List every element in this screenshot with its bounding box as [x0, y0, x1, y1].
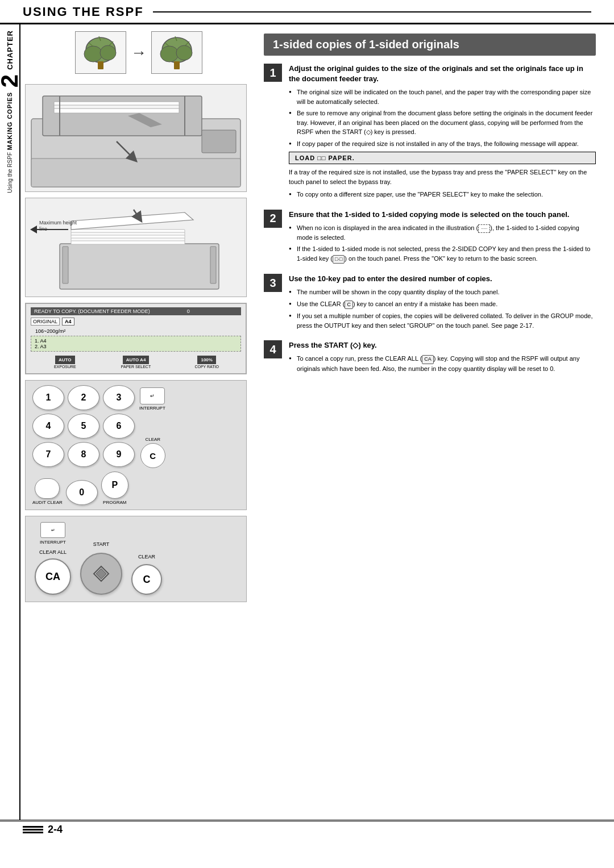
- key-9[interactable]: 9: [103, 442, 135, 467]
- paper-stack-svg: Maximum height line: [26, 198, 246, 297]
- step-2-title: Ensure that the 1-sided to 1-sided copyi…: [289, 210, 596, 220]
- tp-body: ORIGINAL A4 106~200g/m² 1. A4 2. A3 AUTO…: [31, 318, 241, 369]
- svg-rect-3: [98, 61, 103, 69]
- svg-text:Maximum height: Maximum height: [39, 220, 77, 226]
- sidebar-chapter-num: 2: [0, 74, 23, 87]
- tree-before-illus: [75, 31, 126, 74]
- key-8[interactable]: 8: [68, 442, 99, 467]
- tp-auto-a4-button[interactable]: AUTO A4: [123, 356, 150, 364]
- ctrl-start-btn[interactable]: [80, 553, 122, 595]
- key-1-to-1: □·□: [333, 255, 345, 264]
- tp-auto-button[interactable]: AUTO: [55, 356, 75, 364]
- svg-rect-34: [63, 247, 68, 283]
- left-column: →: [20, 24, 259, 820]
- svg-rect-23: [60, 244, 219, 289]
- svg-point-2: [100, 45, 116, 60]
- step-1-title: Adjust the original guides to the size o…: [289, 64, 596, 84]
- numpad-area: 1 2 3 4 5 6 7 8 9 AUDIT CLEAR: [25, 380, 247, 510]
- svg-marker-29: [71, 212, 193, 229]
- key-4[interactable]: 4: [32, 414, 64, 439]
- key-3[interactable]: 3: [103, 385, 135, 410]
- sidebar: CHAPTER 2 MAKING COPIES Using the RSPF: [0, 24, 20, 820]
- key-5[interactable]: 5: [68, 414, 99, 439]
- svg-rect-28: [71, 241, 185, 244]
- step-1-bullet-1: The original size will be indicated on t…: [289, 87, 596, 106]
- ctrl-start-label: START: [93, 541, 110, 547]
- ctrl-c-btn[interactable]: C: [131, 564, 162, 595]
- ctrl-clear-all-label: CLEAR ALL: [39, 549, 67, 555]
- step-2-bullet-2: If the 1-sided to 1-sided mode is not se…: [289, 244, 596, 264]
- load-paper-note: If a tray of the required size is not in…: [289, 168, 596, 186]
- ctrl-interrupt-label: INTERRUPT: [40, 540, 66, 545]
- header-title: USING THE RSPF: [23, 5, 144, 19]
- touch-panel-display: READY TO COPY. (DOCUMENT FEEDER MODE) 0 …: [25, 303, 247, 374]
- step-2-bullets: When no icon is displayed in the area in…: [289, 223, 596, 264]
- step-4: 4 Press the START (◇) key. To cancel a c…: [264, 340, 596, 375]
- tp-a4-label: A4: [62, 318, 74, 326]
- ctrl-clear-label: CLEAR: [138, 554, 155, 560]
- step-3-bullets: The number will be shown in the copy qua…: [289, 287, 596, 330]
- svg-text:line: line: [39, 226, 47, 232]
- svg-rect-22: [31, 158, 240, 187]
- key-P[interactable]: P: [101, 471, 128, 499]
- svg-rect-10: [174, 61, 180, 69]
- tree-after-illus: [151, 31, 202, 74]
- step-3-content: Use the 10-key pad to enter the desired …: [289, 274, 596, 332]
- tp-paper-label: PAPER SELECT: [121, 365, 151, 369]
- sidebar-chapter-label: CHAPTER: [6, 30, 14, 70]
- interrupt-key[interactable]: ↵: [140, 387, 165, 404]
- tp-paper1: 1. A4: [35, 338, 237, 344]
- step-1-bullet-3: If copy paper of the required size is no…: [289, 139, 596, 149]
- svg-rect-18: [54, 108, 179, 113]
- audit-clear-btn[interactable]: [35, 478, 60, 499]
- dotted-indicator: ·····: [478, 224, 490, 233]
- step-1-extra-bullets: To copy onto a different size paper, use…: [289, 190, 596, 199]
- svg-point-9: [176, 45, 192, 60]
- interrupt-ca-section: ↵ INTERRUPT CLEAR ALL CA: [35, 522, 71, 595]
- copy-direction-arrow: →: [131, 44, 147, 62]
- tp-100-button[interactable]: 100%: [197, 356, 215, 364]
- key-6[interactable]: 6: [103, 414, 135, 439]
- tree-illustration-row: →: [25, 31, 252, 74]
- svg-point-1: [84, 46, 102, 62]
- clear-key[interactable]: C: [140, 443, 165, 468]
- tree-svg-1: [81, 34, 121, 71]
- interrupt-label: INTERRUPT: [139, 406, 165, 411]
- step-1-bullet-2: Be sure to remove any original from the …: [289, 108, 596, 137]
- step-4-bullet-1: To cancel a copy run, press the CLEAR AL…: [289, 354, 596, 373]
- ctrl-interrupt-btn[interactable]: ↵: [40, 522, 65, 538]
- audit-clear-label: AUDIT CLEAR: [32, 500, 63, 505]
- svg-rect-35: [210, 247, 216, 283]
- header-line: [153, 11, 591, 12]
- section-banner: 1-sided copies of 1-sided originals: [264, 34, 596, 56]
- sidebar-making-label: MAKING COPIES: [6, 92, 13, 150]
- tp-bottom-buttons: AUTO EXPOSURE AUTO A4 PAPER SELECT 100% …: [31, 356, 241, 369]
- key-2[interactable]: 2: [68, 385, 99, 410]
- key-7[interactable]: 7: [32, 442, 64, 467]
- tp-ratio-label: COPY RATIO: [194, 365, 219, 369]
- main-layout: CHAPTER 2 MAKING COPIES Using the RSPF →: [0, 24, 614, 820]
- page-header: USING THE RSPF: [0, 0, 614, 24]
- step-4-content: Press the START (◇) key. To cancel a cop…: [289, 340, 596, 375]
- step-1-content: Adjust the original guides to the size o…: [289, 64, 596, 202]
- ctrl-ca-btn[interactable]: CA: [35, 558, 71, 595]
- key-ca-inline: CA: [422, 355, 434, 364]
- step-3-num: 3: [264, 274, 282, 292]
- tp-density: 106~200g/m²: [35, 328, 241, 334]
- paper-stack-illustration: Maximum height line: [25, 198, 247, 297]
- key-0[interactable]: 0: [66, 480, 98, 505]
- step-4-bullets: To cancel a copy run, press the CLEAR AL…: [289, 354, 596, 373]
- start-diamond-icon: [93, 565, 110, 582]
- page-number: 2-4: [48, 824, 63, 836]
- svg-marker-31: [30, 226, 37, 233]
- start-section: START: [80, 541, 122, 595]
- step-3: 3 Use the 10-key pad to enter the desire…: [264, 274, 596, 332]
- load-paper-box: LOAD □□ PAPER.: [289, 152, 596, 164]
- step-1: 1 Adjust the original guides to the size…: [264, 64, 596, 202]
- step-2-bullet-1: When no icon is displayed in the area in…: [289, 223, 596, 242]
- svg-point-8: [160, 46, 179, 62]
- numpad-grid: 1 2 3 4 5 6 7 8 9: [32, 385, 135, 467]
- step-1-bullets: The original size will be indicated on t…: [289, 87, 596, 148]
- key-1[interactable]: 1: [32, 385, 64, 410]
- step-3-bullet-1: The number will be shown in the copy qua…: [289, 287, 596, 297]
